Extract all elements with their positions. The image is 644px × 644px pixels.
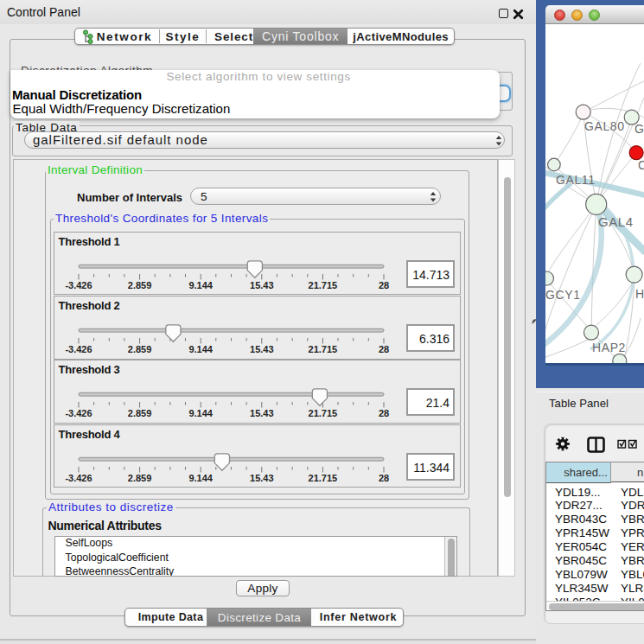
svg-text:21.715: 21.715 [309,408,338,418]
svg-text:9.144: 9.144 [188,344,213,354]
svg-text:-3.426: -3.426 [65,279,92,290]
svg-text:-3.426: -3.426 [65,408,92,418]
svg-text:15.43: 15.43 [250,408,274,418]
svg-text:GA: GA [634,122,644,136]
svg-text:9.144: 9.144 [188,472,213,482]
svg-text:HAP2: HAP2 [592,341,626,354]
svg-text:15.43: 15.43 [250,472,274,482]
svg-text:15.43: 15.43 [250,279,274,290]
svg-text:21.715: 21.715 [309,472,338,482]
svg-text:15.43: 15.43 [250,344,274,354]
svg-text:21.715: 21.715 [309,279,338,290]
svg-text:2.859: 2.859 [128,408,152,418]
svg-text:2.859: 2.859 [128,472,152,482]
svg-text:GAL80: GAL80 [584,119,625,133]
svg-text:2.859: 2.859 [128,279,152,290]
svg-text:28: 28 [379,344,389,354]
svg-text:28: 28 [379,408,389,418]
svg-text:GAL4: GAL4 [598,214,634,229]
svg-text:-3.426: -3.426 [65,344,92,354]
svg-text:28: 28 [379,279,389,290]
svg-text:9.144: 9.144 [188,279,213,290]
svg-text:2.859: 2.859 [128,344,152,354]
svg-text:9.144: 9.144 [188,408,213,418]
svg-text:GCY1: GCY1 [545,288,581,302]
svg-text:-3.426: -3.426 [65,472,92,482]
svg-text:H: H [635,287,644,301]
svg-text:GAL11: GAL11 [556,173,596,187]
svg-text:28: 28 [379,472,389,482]
svg-text:21.715: 21.715 [309,344,338,354]
svg-text:C: C [638,158,644,172]
